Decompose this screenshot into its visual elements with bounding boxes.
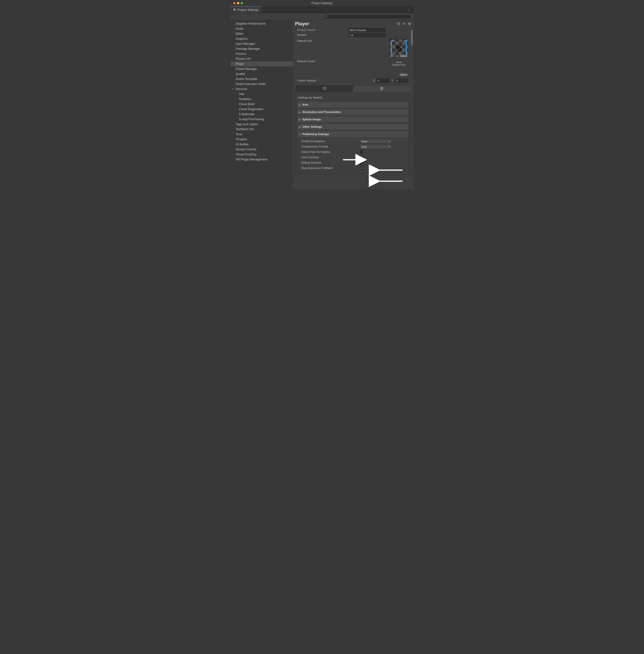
header-actions: ?	[397, 22, 411, 25]
chevron-down-icon: ▼	[299, 133, 301, 136]
default-icon-picker[interactable]: ᖉ Select	[390, 39, 408, 58]
sidebar-item-preset-manager[interactable]: Preset Manager	[231, 66, 293, 71]
name-files-checkbox[interactable]	[360, 150, 363, 154]
window-title: Project Settings	[231, 1, 413, 5]
default-cursor-label: Default Cursor	[296, 60, 348, 63]
tab-options-button[interactable]: ⋮	[405, 6, 413, 13]
sidebar-item-cloud-build[interactable]: Cloud Build	[231, 102, 293, 106]
compression-format-dropdown[interactable]: Gzip ▼	[360, 144, 392, 149]
search-input[interactable]	[328, 16, 410, 18]
default-cursor-select-button[interactable]: Select	[399, 73, 408, 76]
body: Adaptive Performance Audio Editor Graphi…	[231, 20, 413, 189]
default-cursor-picker[interactable]: None (Texture 2D) Select	[390, 60, 408, 76]
svg-point-3	[403, 24, 404, 25]
chevron-right-icon: ▶	[299, 126, 301, 128]
sidebar-item-services[interactable]: ▼Services	[231, 87, 293, 92]
sidebar-item-adaptive-performance[interactable]: Adaptive Performance	[231, 21, 293, 26]
gear-icon	[233, 8, 236, 12]
foldout-resolution[interactable]: ▶Resolution and Presentation	[297, 109, 409, 116]
sidebar-item-visual-scripting[interactable]: Visual Scripting	[231, 152, 293, 157]
sidebar: Adaptive Performance Audio Editor Graphi…	[231, 20, 293, 189]
platform-tab-standalone[interactable]	[296, 86, 353, 92]
search-row	[231, 14, 413, 20]
default-icon-label: Default Icon	[296, 39, 348, 43]
monitor-icon	[323, 87, 326, 91]
cursor-hotspot-x-field[interactable]	[377, 79, 390, 82]
sidebar-item-editor[interactable]: Editor	[231, 31, 293, 36]
sidebar-item-analytics[interactable]: Analytics	[231, 97, 293, 102]
decompression-fallback-row: Decompression Fallback	[299, 165, 408, 171]
sidebar-item-timeline[interactable]: Timeline	[231, 137, 293, 142]
product-name-field[interactable]	[348, 28, 385, 32]
titlebar: Project Settings	[231, 0, 413, 6]
version-label: Version	[296, 33, 348, 37]
data-caching-checkbox[interactable]	[360, 156, 363, 159]
annotation-arrow-left-2	[376, 179, 404, 184]
help-icon[interactable]: ?	[397, 22, 400, 25]
default-icon-select-button[interactable]: Select	[399, 54, 408, 57]
sidebar-item-player[interactable]: Player	[231, 61, 293, 66]
chevron-down-icon: ▼	[388, 140, 390, 142]
sidebar-item-cloud-diagnostics[interactable]: Cloud Diagnostics	[231, 106, 293, 112]
sidebar-item-ui-builder[interactable]: UI Builder	[231, 142, 293, 147]
sidebar-item-input-manager[interactable]: Input Manager	[231, 41, 293, 46]
sidebar-item-tags-and-layers[interactable]: Tags and Layers	[231, 122, 293, 127]
sidebar-item-time[interactable]: Time	[231, 132, 293, 137]
sidebar-item-textmesh-pro[interactable]: TextMesh Pro	[231, 127, 293, 132]
version-row: Version	[296, 32, 410, 38]
foldout-publishing-header[interactable]: ▼Publishing Settings	[297, 131, 409, 138]
product-name-label: Product Name	[296, 28, 348, 32]
search-icon	[325, 15, 327, 18]
sidebar-item-graphics[interactable]: Graphics	[231, 36, 293, 41]
foldout-splash[interactable]: ▶Splash Image	[297, 116, 409, 123]
enable-exceptions-label: Enable Exceptions	[299, 140, 360, 143]
enable-exceptions-row: Enable Exceptions None ▼	[299, 139, 408, 144]
main-content: Product Name Version Default Icon ᖉ	[293, 26, 413, 189]
vertical-scrollbar[interactable]	[411, 27, 413, 188]
html5-icon	[380, 87, 384, 91]
sidebar-item-quality[interactable]: Quality	[231, 71, 293, 76]
cursor-hotspot-y-field[interactable]	[395, 79, 408, 82]
main-header: Player ?	[293, 20, 413, 26]
foldout-other[interactable]: ▶Other Settings	[297, 123, 409, 130]
compression-format-label: Compression Format	[299, 145, 360, 148]
project-settings-window: Project Settings Project Settings ⋮ Adap…	[231, 0, 413, 189]
foldout-icon-label: Icon	[302, 103, 308, 106]
main-panel: Player ? Product Name Version	[293, 20, 413, 189]
sidebar-item-collaborate[interactable]: Collaborate	[231, 112, 293, 117]
sidebar-item-xr-plugin-management[interactable]: XR Plugin Management	[231, 157, 293, 162]
chevron-down-icon: ▼	[388, 146, 390, 148]
debug-symbols-checkbox[interactable]	[360, 161, 363, 164]
sidebar-item-in-app-purchasing[interactable]: In-App Purchasing	[231, 117, 293, 122]
foldout-splash-label: Splash Image	[302, 118, 321, 121]
platform-tab-webgl[interactable]	[353, 86, 410, 92]
svg-text:?: ?	[398, 23, 399, 25]
gear-icon[interactable]	[408, 22, 411, 25]
version-field[interactable]	[348, 33, 385, 37]
sidebar-item-physics-2d[interactable]: Physics 2D	[231, 56, 293, 61]
platform-tabs	[296, 86, 410, 92]
sidebar-item-script-execution-order[interactable]: Script Execution Order	[231, 81, 293, 87]
scrollbar-thumb[interactable]	[411, 30, 413, 45]
foldout-other-label: Other Settings	[302, 125, 322, 128]
sidebar-item-scene-template[interactable]: Scene Template	[231, 76, 293, 81]
chevron-right-icon: ▶	[299, 103, 301, 106]
search-field[interactable]	[324, 15, 411, 19]
chevron-right-icon: ▶	[299, 111, 301, 114]
sidebar-item-ads[interactable]: Ads	[231, 92, 293, 97]
product-name-row: Product Name	[296, 27, 410, 32]
sidebar-item-audio[interactable]: Audio	[231, 26, 293, 31]
default-cursor-value-1: None	[396, 61, 401, 64]
foldout-icon[interactable]: ▶Icon	[297, 101, 409, 108]
cursor-hotspot-y-label: Y	[391, 79, 393, 82]
tab-project-settings[interactable]: Project Settings	[231, 6, 261, 13]
cursor-hotspot-x-label: X	[373, 79, 375, 82]
sidebar-item-physics[interactable]: Physics	[231, 51, 293, 56]
sidebar-item-package-manager[interactable]: Package Manager	[231, 46, 293, 51]
sidebar-item-version-control[interactable]: Version Control	[231, 147, 293, 152]
data-caching-row: Data Caching	[299, 155, 408, 160]
tab-bar: Project Settings ⋮	[231, 6, 413, 14]
decompression-fallback-checkbox[interactable]	[360, 166, 363, 170]
preset-icon[interactable]	[402, 22, 406, 25]
enable-exceptions-dropdown[interactable]: None ▼	[360, 139, 392, 143]
